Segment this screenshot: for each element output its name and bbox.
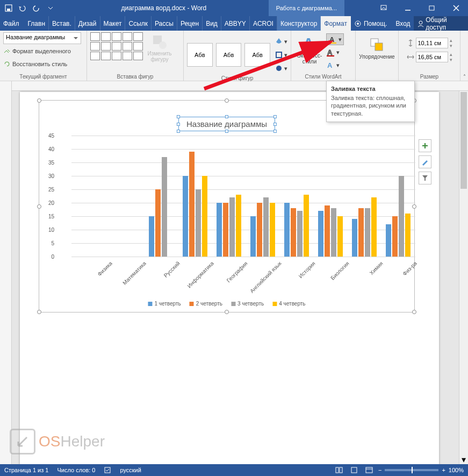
ribbon: Название диаграммы Формат выделенного Во…: [0, 31, 468, 81]
chart-plot-area[interactable]: 051015202530354045: [71, 136, 415, 257]
svg-rect-23: [340, 467, 342, 473]
ribbon-options-button[interactable]: [371, 0, 395, 16]
text-outline-button[interactable]: A▾: [326, 46, 344, 58]
svg-rect-24: [351, 467, 357, 473]
express-styles-label: Экспресс-стили: [296, 53, 323, 65]
shape-style-1[interactable]: Абв: [187, 43, 213, 67]
tooltip-text-fill: Заливка текста Заливка текста: сплошная,…: [326, 81, 415, 122]
qat-customize-icon[interactable]: [44, 2, 57, 15]
vertical-scrollbar[interactable]: ▴ ▾: [459, 91, 468, 464]
tab-view[interactable]: Вид: [203, 16, 221, 31]
scroll-thumb[interactable]: [460, 92, 467, 189]
tab-format[interactable]: Формат: [321, 16, 351, 31]
tab-layout[interactable]: Макет: [100, 16, 126, 31]
arrange-label: Упорядочение: [359, 54, 394, 60]
tab-acrobat[interactable]: ACROI: [250, 16, 277, 31]
height-icon: [407, 39, 414, 47]
tooltip-title: Заливка текста: [331, 86, 410, 92]
shape-outline-button[interactable]: ▾: [275, 49, 287, 61]
page: Название диаграммы 051015202530354045 Фи…: [20, 92, 439, 464]
collapse-ribbon-icon[interactable]: ˄: [463, 74, 466, 80]
svg-text:A: A: [329, 35, 335, 44]
minimize-button[interactable]: [395, 0, 420, 16]
tooltip-body: Заливка текста: сплошная, градиентная, р…: [331, 94, 410, 117]
title-bar: диаграмма ворд.docx - Word Работа с диаг…: [0, 0, 468, 16]
status-bar: Страница 1 из 1 Число слов: 0 русский − …: [0, 464, 468, 476]
text-fill-button[interactable]: A▾: [326, 33, 344, 45]
status-language[interactable]: русский: [120, 467, 141, 473]
view-read-mode[interactable]: [333, 465, 345, 475]
x-axis-labels: ФизикаМатематикаРусскийИнформатикаГеогра…: [77, 258, 421, 301]
chart-elements-button[interactable]: [419, 139, 431, 152]
chart-filters-button[interactable]: [419, 172, 431, 184]
arrange-button[interactable]: Упорядочение: [362, 35, 392, 61]
chart-element-selector[interactable]: Название диаграммы: [3, 32, 81, 44]
share-button[interactable]: Общий доступ: [414, 16, 468, 31]
shape-fill-button[interactable]: ▾: [275, 35, 287, 47]
svg-rect-21: [105, 467, 110, 473]
chart-tools-label: Работа с диаграмма...: [269, 0, 344, 16]
tab-home[interactable]: Главн: [25, 16, 49, 31]
svg-rect-10: [276, 52, 282, 58]
workspace: Название диаграммы 051015202530354045 Фи…: [0, 81, 468, 464]
save-button[interactable]: [2, 2, 15, 15]
width-input-row: ▴▾: [407, 52, 452, 62]
scroll-down-icon[interactable]: ▾: [459, 455, 468, 464]
chart-bars: [77, 136, 415, 257]
zoom-level[interactable]: 100%: [449, 467, 464, 473]
zoom-out-button[interactable]: −: [378, 467, 381, 473]
document-area: Название диаграммы 051015202530354045 Фи…: [12, 81, 468, 464]
tab-abbyy[interactable]: ABBYY: [221, 16, 250, 31]
svg-rect-14: [329, 42, 336, 44]
shape-style-3[interactable]: Абв: [244, 43, 270, 67]
format-selection-button[interactable]: Формат выделенного: [3, 45, 71, 57]
tab-review[interactable]: Рецен: [177, 16, 203, 31]
width-input[interactable]: [416, 52, 448, 62]
tab-design[interactable]: Дизай: [75, 16, 100, 31]
chart-side-buttons: [419, 139, 431, 184]
chart-title-text: Название диаграммы: [186, 119, 267, 129]
wordart-quick-styles[interactable]: A Экспресс-стили: [294, 32, 325, 66]
height-input[interactable]: [416, 38, 448, 48]
shapes-gallery[interactable]: [90, 32, 143, 60]
svg-point-7: [419, 21, 422, 24]
group-insert-shapes: Вставка фигур: [90, 73, 180, 81]
status-words[interactable]: Число слов: 0: [57, 467, 95, 473]
tab-mailings[interactable]: Рассы: [152, 16, 177, 31]
svg-rect-4: [429, 6, 434, 10]
change-shape-label: Изменить фигуру: [146, 51, 174, 62]
change-shape-button: Изменить фигуру: [145, 32, 175, 63]
status-proofing-icon[interactable]: [104, 466, 111, 474]
tell-me[interactable]: Помощ.: [351, 16, 392, 31]
view-print-layout[interactable]: [348, 465, 360, 475]
svg-text:A: A: [327, 61, 333, 69]
shape-effects-button[interactable]: ▾: [275, 62, 287, 74]
tab-constructor[interactable]: Конструктор: [277, 16, 321, 31]
close-button[interactable]: [444, 0, 468, 16]
svg-text:A: A: [327, 48, 333, 56]
zoom-slider[interactable]: [385, 469, 438, 471]
svg-point-6: [357, 23, 359, 25]
maximize-button[interactable]: [420, 0, 444, 16]
tab-file[interactable]: Файл: [0, 16, 25, 31]
chart-object[interactable]: Название диаграммы 051015202530354045 Фи…: [39, 100, 415, 312]
sign-in[interactable]: Вход: [392, 16, 413, 31]
chart-title[interactable]: Название диаграммы: [178, 117, 275, 131]
zoom-in-button[interactable]: +: [442, 467, 445, 473]
text-effects-button[interactable]: A▾: [326, 59, 344, 71]
tell-me-label: Помощ.: [364, 20, 387, 27]
svg-rect-16: [327, 55, 334, 56]
view-web-layout[interactable]: [363, 465, 375, 475]
reset-style-button[interactable]: Восстановить стиль: [3, 58, 67, 70]
group-wordart-styles: Стили WordArt: [294, 73, 352, 81]
status-page[interactable]: Страница 1 из 1: [4, 467, 48, 473]
tab-references[interactable]: Ссылк: [125, 16, 152, 31]
vertical-ruler: [0, 81, 12, 464]
shape-style-2[interactable]: Абв: [216, 43, 242, 67]
chart-styles-button[interactable]: [419, 155, 431, 168]
tab-insert[interactable]: Встав.: [49, 16, 75, 31]
undo-button[interactable]: [16, 2, 29, 15]
group-size: Размер: [402, 73, 457, 81]
chart-legend[interactable]: 1 четверть2 четверть3 четверть4 четверть: [148, 301, 305, 307]
redo-button[interactable]: [30, 2, 43, 15]
